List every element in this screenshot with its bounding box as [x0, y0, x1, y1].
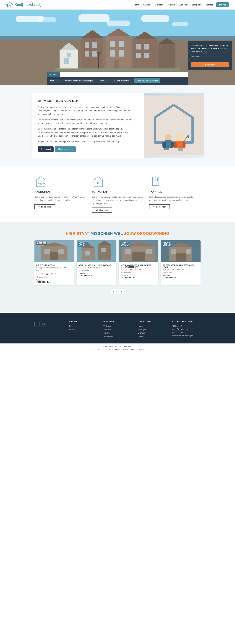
svg-line-48 [36, 177, 41, 180]
property-badge-3: NIEUW IN VERKOOP [120, 242, 130, 247]
btn-vertel-aankopen[interactable]: Vertel mij meer [34, 204, 55, 210]
footer-col-aanbod: AANBOD Te huur Te koop [69, 320, 97, 339]
footer-address-line1: Gildweg 12 [172, 325, 200, 327]
footer-informatie-title: INFORMATIE [138, 320, 166, 323]
service-desc-verkopen: Je kunt er op vertrouwen dat we de verko… [92, 196, 143, 205]
svg-rect-17 [110, 50, 115, 56]
svg-rect-85 [186, 249, 191, 254]
footer-bottom: Copyright © 2025 - Kooij Makelaardij Hom… [0, 344, 235, 352]
footer-info-sitemap[interactable]: Sitemap [138, 332, 166, 334]
filter-type-wrap: Huur (2) Koop [49, 78, 61, 83]
footer-link-te-huur[interactable]: Te huur [69, 325, 97, 327]
svg-marker-14 [106, 28, 131, 36]
footer-link-aankopen[interactable]: Aankopen [104, 328, 132, 330]
about-section: DE MAKELAAR VAN NU! Zoek je een makelaar… [0, 85, 235, 166]
spec-size-2: ⊞ 105.9 m² [92, 267, 100, 268]
facebook-icon[interactable]: f [34, 322, 40, 327]
svg-rect-22 [136, 44, 141, 50]
footer-link-hypotheken[interactable]: Hypotheken [104, 335, 132, 338]
car-icon-1: 🚗 [46, 273, 48, 275]
filter-tot-select[interactable]: Tot Geen maximum [111, 78, 133, 83]
footer-link-taxaties[interactable]: Taxaties [104, 332, 132, 334]
properties-grid: ONDER BOD DIT IS THUISKOMEN... Koningin … [31, 240, 204, 285]
btn-vertel-taxaties[interactable]: Vertel mij meer [149, 204, 170, 210]
svg-point-41 [176, 134, 183, 141]
btn-neem-contact-op[interactable]: Neem contact op [55, 146, 76, 152]
property-card-1: ONDER BOD DIT IS THUISKOMEN... Koningin … [34, 240, 74, 285]
property-card-4: NIEUW IN VERKOOP DE GENESTETLAAN 248, 25… [161, 240, 200, 285]
property-price-2: € 357.950,- k.k. [78, 274, 114, 277]
footer-bottom-privacy[interactable]: Privacyverklaring [107, 348, 120, 350]
footer-link-te-koop[interactable]: Te koop [69, 328, 97, 330]
house-handshake-icon: 🤝 [34, 176, 47, 188]
svg-rect-6 [67, 52, 71, 56]
service-title-verkopen: VERKOPEN [92, 190, 143, 194]
about-para-4: Wil je meer informatie of een persoonlij… [38, 140, 132, 143]
filter-van-select[interactable]: Van € 0 [98, 78, 110, 83]
svg-rect-18 [119, 50, 124, 56]
footer-aanbod-title: AANBOD [69, 320, 97, 323]
footer-info-home[interactable]: Home [138, 325, 166, 327]
property-specs-2: 🛏 4 🚿 3 🚗 1 ⊞ 105.9 m² [78, 267, 114, 268]
spec-size-3: ⊞ 118 m² [134, 268, 141, 270]
logo[interactable]: Kooij makelaardij [6, 2, 41, 8]
nav-diensten[interactable]: Diensten [155, 4, 164, 6]
footer-diensten-title: DIENSTEN [104, 320, 132, 323]
spec-car-3: 🚗 1 [130, 268, 133, 270]
search-submit-button[interactable]: Geen objecten gevonden [134, 78, 160, 83]
spec-size-4: ⊞ 80.6 m² [177, 268, 184, 270]
footer-bottom-sitemap[interactable]: Sitemap [98, 348, 104, 350]
svg-rect-42 [176, 141, 183, 148]
instagram-icon[interactable] [41, 322, 46, 327]
property-info-4: DE GENESTETLAAN 248, 2522LV DEN HAAG 🛏 3… [161, 262, 200, 280]
nav-aanbod[interactable]: Aanbod [143, 4, 151, 6]
status-icon-3: 🏠 [121, 272, 122, 273]
btn-vertel-verkopen[interactable]: Vertel mij meer [92, 208, 112, 212]
cookie-learn-more-link[interactable]: Lees meer [191, 55, 200, 58]
spec-beds-4: 🛏 3 [163, 268, 166, 270]
cookie-accept-button[interactable]: Begrepen! [191, 62, 229, 67]
carousel-next-button[interactable]: › [119, 289, 124, 294]
filter-location-select[interactable]: Provincie, plaats, wijk, straat of postc… [62, 78, 97, 83]
property-price-3: € 549.500,- k.k. [121, 276, 156, 278]
svg-rect-83 [176, 252, 186, 261]
nav-overons[interactable]: Over ons [178, 4, 188, 6]
footer-info-contact[interactable]: Contact [138, 335, 166, 338]
nav-home[interactable]: Home [134, 4, 139, 6]
svg-rect-44 [183, 142, 186, 148]
filter-type-select[interactable]: Huur (2) Koop [49, 78, 61, 83]
footer-bottom-links: Home Sitemap Privacyverklaring Cookiever… [0, 348, 235, 350]
svg-text:€: € [97, 181, 99, 185]
nav-nieuws[interactable]: Nieuws [168, 4, 175, 6]
about-para-3: De werkwijze van ons kantoor kenmerkt zi… [38, 127, 132, 138]
property-badge-4: NIEUW IN VERKOOP [162, 242, 172, 247]
carousel-prev-button[interactable]: ‹ [111, 289, 116, 294]
filter-van-wrap: Van € 0 [98, 78, 110, 83]
svg-text:🤝: 🤝 [40, 183, 42, 185]
about-text: DE MAKELAAR VAN NU! Zoek je een makelaar… [32, 93, 138, 158]
footer-info-aankopen[interactable]: Aankopen [138, 328, 166, 330]
spec-bath-4: 🚿 2 [167, 268, 170, 270]
spec-bath-2: 🚿 3 [83, 267, 86, 268]
footer-bottom-contact[interactable]: Contact [139, 348, 145, 350]
about-inner: DE MAKELAAR VAN NU! Zoek je een makelaar… [31, 92, 204, 158]
footer-bottom-home[interactable]: Home [90, 348, 94, 350]
property-info-1: DIT IS THUISKOMEN... Koningin Wilhelmina… [34, 262, 74, 285]
footer-bottom-cookie[interactable]: Cookieverklaring [123, 348, 136, 350]
svg-rect-25 [144, 52, 149, 58]
nav-zoekprofiel[interactable]: Zoekprofiel [192, 4, 202, 6]
about-para-2: Van de eerste kennismaking tot de bezich… [38, 118, 132, 125]
bed-icon-1: 🛏 [36, 273, 38, 275]
footer-phone: 06-53315588 [172, 331, 200, 334]
property-specs-1: 🛏 3 🚿 2 🚗 1 ⊞ 76 m² [36, 273, 72, 275]
spec-beds-3: 🛏 3 [121, 268, 124, 270]
svg-rect-73 [101, 248, 106, 252]
footer-link-verkopen[interactable]: Verkopen [104, 325, 132, 327]
cookie-banner: Deze website maakt gebruik van cookies o… [188, 41, 232, 70]
btn-ons-aanbod[interactable]: Ons aanbod [38, 146, 54, 152]
nav-contact[interactable]: Contact [206, 4, 213, 6]
search-tab-wonen[interactable]: Wonen [47, 72, 60, 77]
property-price-label-1: Vraagprijs [36, 279, 72, 281]
btn-bel-mij[interactable]: Bel mij [216, 2, 229, 7]
about-image-svg [144, 96, 204, 155]
